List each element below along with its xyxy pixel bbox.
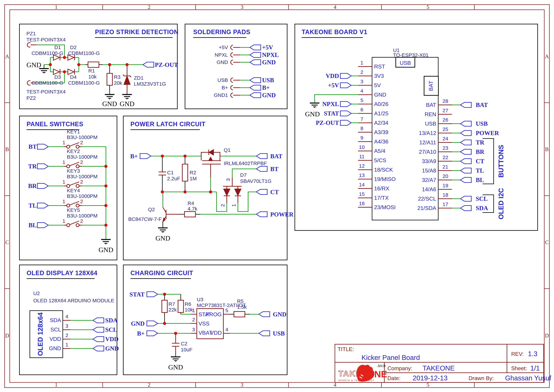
bplus-label-charging: B+ [137,330,145,337]
pin-number: 16 [359,201,365,206]
switch-part: B3U-1000PM [67,154,97,160]
port-label: +5V [328,82,339,89]
switch-pin1-num: 1 [62,218,65,224]
r4-ref: R4 [187,200,194,206]
oled-pin-num: 2 [65,332,68,338]
pin-number: 1 [360,60,363,65]
pin-name: 19/MISO [374,176,395,182]
resistor-r6 [178,300,183,313]
switch-part: B3U-1000PM [67,193,97,199]
testpoint-icon [231,53,233,57]
u3-pin3-num: 3 [192,327,195,332]
r6-value: 10k [185,307,193,313]
switch-ref: KEY2 [67,148,80,154]
latch-section-box [123,116,287,260]
frame-col-label: 5 [427,4,429,10]
pz2-ref: PZ2 [27,95,36,101]
port-flag-usb-charging [259,331,270,336]
latch-title: POWER LATCH CIRCUIT [131,121,206,128]
port-flag [460,140,471,145]
pin-name: 33/A9 [422,158,436,164]
resistor-r4 [185,211,195,217]
pin-name: GND [374,91,386,98]
port-label: BAT [476,101,488,108]
oled-pin-num: 3 [65,323,68,329]
pad-port-flag [250,60,261,65]
pin-name: A0/26 [374,101,388,107]
pad-port-flag [250,45,261,50]
testpoint-icon [231,60,233,64]
zener-zd1 [123,75,131,84]
r2-value: 1M [190,176,197,181]
port-flag [460,177,471,182]
oled-pin-name: SCL [50,327,61,333]
company-value: TAKEONE [422,364,455,372]
power-label: POWER [270,211,294,218]
bt-label: BT [270,166,278,172]
pin-name: 15/A8 [422,168,436,174]
port-label: BR [476,148,485,155]
gnd-label-zd1: GND [120,100,135,108]
pin-name: 27/A10 [419,149,436,155]
resistor-r7 [162,300,167,313]
capacitor-c2 [172,343,179,346]
port-label: SCL [476,195,488,202]
port-flag-bplus-latch [140,154,151,159]
d1-part: CDBM1100-G [32,50,63,56]
pin-name: RST [374,63,385,70]
gnd-symbol-switches [101,239,111,245]
r3-value: 20k [114,80,122,86]
d3-part: CDBM1100-G [32,80,63,86]
rev-value: 1.3 [528,350,537,357]
mosfet-q1 [201,150,221,164]
switch-pin2-num: 2 [80,179,83,185]
testpoint-icon [231,93,233,98]
oled-port-flag [93,346,104,351]
diode-d3 [53,69,60,75]
title-block: TITLE: Kicker Panel Board REV: 1.3 Compa… [335,344,551,382]
switches-title: PANEL SWITCHES [27,121,83,128]
frame-col-label: 4 [334,4,336,10]
pad-name: GND [216,59,228,65]
resistor-r5 [234,311,245,317]
pin-number: 18 [443,192,448,198]
q2-ref: Q2 [148,207,155,212]
switch-port-label: BT [28,143,37,150]
u3-pin-prog: PROG [206,311,222,317]
port-label: VDD [326,72,339,79]
pin-number: 6 [360,107,363,112]
switch-contact-1 [67,165,70,168]
diode-d4 [68,69,75,75]
testpoint-icon [231,78,233,82]
port-flag [460,159,471,164]
pin-name: USB [425,121,436,127]
ct-label: CT [270,189,279,196]
switch-contact-2 [76,165,79,168]
pin-number: 11 [359,154,364,159]
takeone-title: TAKEONE BOARD V1 [302,28,367,35]
d7-pin2: 2 [220,204,225,207]
pin-name: BAT [426,102,436,108]
frame-col-label: 2 [148,4,151,10]
pin-number: 9 [360,135,363,140]
d2-part: CDBM1100-G [68,50,100,56]
port-label: POWER [476,130,499,136]
pin-name: A1/25 [374,110,388,117]
pin-number: 3 [360,79,363,84]
bplus-label-latch: B+ [130,153,138,160]
switch-pin2-num: 2 [80,140,83,145]
zd1-ref: ZD1 [134,75,144,81]
port-flag-gnd-out [259,312,270,317]
switch-contact-1 [67,224,70,227]
pin-number: 26 [443,117,448,123]
pad-name: GND1 [214,92,228,98]
port-label: SDA [476,205,488,211]
pin-name: 5V [374,82,381,88]
pin-number: 25 [443,126,448,132]
d3-ref: D3 [54,74,61,80]
logo-tld-text: .tech [377,363,386,368]
bjt-q2 [163,207,166,222]
d7-pin3: 3 [225,178,231,181]
frame-row-label: A [545,53,549,59]
switch-port-flag [37,223,48,228]
